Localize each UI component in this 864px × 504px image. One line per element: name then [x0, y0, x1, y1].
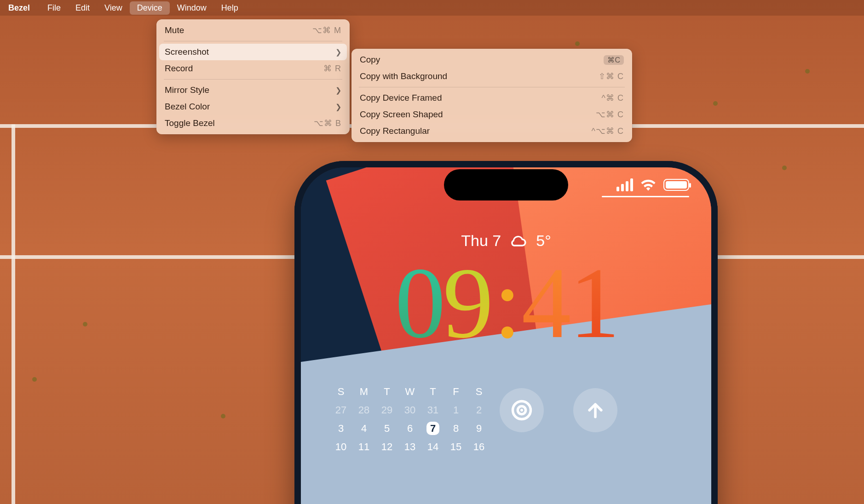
- calendar-day: 6: [398, 419, 421, 438]
- time-colon: :: [490, 247, 521, 359]
- calendar-day: 1: [444, 401, 467, 419]
- calendar-widget: S M T W T F S 27 28 29 30 31 1 2: [329, 383, 490, 456]
- menubar-item-device[interactable]: Device: [130, 1, 170, 15]
- calendar-day: 16: [467, 438, 490, 456]
- calendar-day: 11: [352, 438, 375, 456]
- calendar-day: 2: [467, 401, 490, 419]
- calendar-dow: T: [375, 383, 398, 401]
- calendar-dow: S: [329, 383, 352, 401]
- cellular-signal-icon: [616, 178, 633, 191]
- calendar-day: 5: [375, 419, 398, 438]
- chevron-right-icon: ❯: [335, 103, 341, 111]
- device-dropdown: Mute ⌥⌘ M Screenshot ❯ Record ⌘ R Mirror…: [156, 19, 350, 134]
- lockscreen-up-button[interactable]: [573, 388, 617, 432]
- time-digit: 4: [522, 247, 570, 359]
- chevron-right-icon: ❯: [335, 86, 341, 95]
- menubar-app-name[interactable]: Bezel: [8, 1, 40, 15]
- screenshot-submenu: Copy ⌘C Copy with Background ⇧⌘ C Copy D…: [351, 49, 632, 142]
- menubar: Bezel File Edit View Device Window Help: [0, 0, 864, 16]
- calendar-day: 12: [375, 438, 398, 456]
- calendar-row: 27 28 29 30 31 1 2: [329, 401, 490, 419]
- calendar-dow-row: S M T W T F S: [329, 383, 490, 401]
- menu-item-shortcut: ⌘C: [604, 55, 624, 65]
- menu-item-copy-rectangular[interactable]: Copy Rectangular ^⌥⌘ C: [354, 123, 629, 139]
- calendar-day: 27: [329, 401, 352, 419]
- cloud-icon: [509, 234, 528, 248]
- calendar-day-today: 7: [421, 419, 444, 438]
- menu-item-label: Mirror Style: [165, 85, 322, 95]
- menu-item-copy-with-background[interactable]: Copy with Background ⇧⌘ C: [354, 68, 629, 85]
- menu-item-shortcut: ^⌥⌘ C: [592, 126, 624, 136]
- calendar-dow: W: [398, 383, 421, 401]
- menu-separator: [359, 87, 625, 87]
- menu-item-copy-screen-shaped[interactable]: Copy Screen Shaped ⌥⌘ C: [354, 106, 629, 123]
- calendar-row: 3 4 5 6 7 8 9: [329, 419, 490, 438]
- calendar-day: 4: [352, 419, 375, 438]
- menu-item-label: Copy Rectangular: [360, 126, 575, 136]
- menubar-item-window[interactable]: Window: [170, 1, 214, 15]
- menubar-item-view[interactable]: View: [97, 1, 130, 15]
- calendar-day: 3: [329, 419, 352, 438]
- menu-item-copy[interactable]: Copy ⌘C: [354, 52, 629, 68]
- menu-item-shortcut: ⌥⌘ C: [596, 109, 624, 120]
- menu-item-record[interactable]: Record ⌘ R: [159, 60, 347, 77]
- menu-item-label: Mute: [165, 25, 296, 35]
- device-status-bar: [616, 178, 689, 191]
- menubar-item-help[interactable]: Help: [214, 1, 246, 15]
- menu-item-mirror-style[interactable]: Mirror Style ❯: [159, 82, 347, 98]
- menu-item-shortcut: ^⌘ C: [602, 93, 624, 103]
- mirrored-device-frame[interactable]: Thu 7 5° 09:41 S M T W T F S: [294, 161, 718, 504]
- menubar-item-edit[interactable]: Edit: [68, 1, 97, 15]
- menu-item-mute[interactable]: Mute ⌥⌘ M: [159, 22, 347, 39]
- menu-item-shortcut: ⇧⌘ C: [599, 71, 624, 81]
- calendar-dow: M: [352, 383, 375, 401]
- menu-item-screenshot[interactable]: Screenshot ❯: [159, 44, 347, 60]
- menu-item-label: Bezel Color: [165, 102, 322, 112]
- menu-item-shortcut: ⌘ R: [323, 63, 341, 74]
- menu-item-shortcut: ⌥⌘ B: [314, 118, 341, 128]
- lockscreen-time: 09:41: [301, 252, 711, 354]
- svg-point-2: [520, 409, 523, 412]
- menu-separator: [164, 41, 342, 41]
- calendar-day: 28: [352, 401, 375, 419]
- calendar-day: 15: [444, 438, 467, 456]
- menu-item-label: Copy Device Framed: [360, 93, 585, 103]
- battery-icon: [663, 179, 689, 191]
- menu-item-label: Screenshot: [165, 47, 322, 57]
- time-digit: 0: [395, 247, 443, 359]
- menu-item-label: Copy: [360, 55, 604, 65]
- time-digit: 1: [570, 247, 617, 359]
- wifi-icon: [640, 179, 656, 191]
- calendar-day: 30: [398, 401, 421, 419]
- menu-item-label: Toggle Bezel: [165, 118, 297, 128]
- lockscreen-target-button[interactable]: [500, 388, 544, 432]
- calendar-dow: S: [467, 383, 490, 401]
- calendar-day: 13: [398, 438, 421, 456]
- menu-item-copy-device-framed[interactable]: Copy Device Framed ^⌘ C: [354, 90, 629, 106]
- menubar-item-file[interactable]: File: [40, 1, 68, 15]
- calendar-dow: F: [444, 383, 467, 401]
- calendar-row: 10 11 12 13 14 15 16: [329, 438, 490, 456]
- menu-item-label: Copy Screen Shaped: [360, 109, 579, 120]
- calendar-dow: T: [421, 383, 444, 401]
- menu-item-shortcut: ⌥⌘ M: [312, 25, 341, 35]
- chevron-right-icon: ❯: [335, 48, 341, 57]
- status-underline: [602, 196, 689, 197]
- calendar-day: 10: [329, 438, 352, 456]
- calendar-day: 8: [444, 419, 467, 438]
- calendar-day: 31: [421, 401, 444, 419]
- calendar-day: 14: [421, 438, 444, 456]
- menu-item-toggle-bezel[interactable]: Toggle Bezel ⌥⌘ B: [159, 115, 347, 132]
- menu-separator: [164, 79, 342, 80]
- device-dynamic-island: [444, 169, 568, 200]
- calendar-day: 9: [467, 419, 490, 438]
- device-screen: Thu 7 5° 09:41 S M T W T F S: [301, 167, 711, 504]
- menu-item-label: Copy with Background: [360, 71, 582, 81]
- menu-item-bezel-color[interactable]: Bezel Color ❯: [159, 98, 347, 115]
- menu-item-label: Record: [165, 63, 307, 74]
- time-digit: 9: [443, 247, 490, 359]
- calendar-day: 29: [375, 401, 398, 419]
